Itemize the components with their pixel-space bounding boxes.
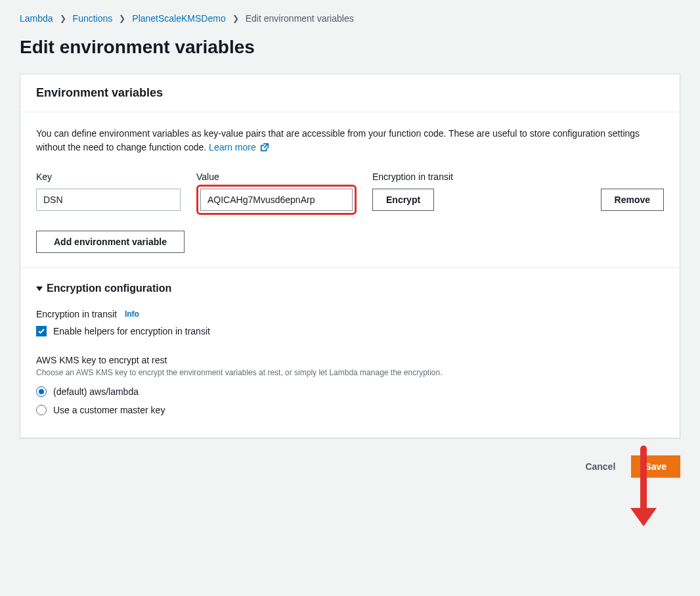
form-footer: Cancel Save [20,455,680,478]
panel-header: Environment variables [20,74,680,112]
encryption-transit-heading: Encryption in transit [36,309,117,319]
caret-down-icon [36,287,43,291]
save-button[interactable]: Save [631,455,680,478]
encryption-config-expander[interactable]: Encryption configuration [36,283,664,294]
encryption-config-title: Encryption configuration [47,283,171,294]
kms-option-cmk-label: Use a customer master key [53,405,165,415]
breadcrumb-lambda[interactable]: Lambda [20,13,53,24]
breadcrumb: Lambda ❯ Functions ❯ PlanetScaleKMSDemo … [20,13,680,24]
key-input[interactable] [36,189,181,211]
enable-helpers-row[interactable]: Enable helpers for encryption in transit [36,326,664,336]
radio-selected-icon[interactable] [36,386,47,397]
radio-unselected-icon[interactable] [36,405,47,415]
breadcrumb-current: Edit environment variables [246,13,354,24]
breadcrumb-functions[interactable]: Functions [73,13,113,24]
page-title: Edit environment variables [20,37,680,58]
chevron-right-icon: ❯ [119,14,125,23]
kms-heading: AWS KMS key to encrypt at rest [36,355,664,365]
kms-option-cmk[interactable]: Use a customer master key [36,405,664,415]
external-link-icon [260,142,269,156]
description-text: You can define environment variables as … [36,128,640,152]
kms-subtext: Choose an AWS KMS key to encrypt the env… [36,368,664,377]
enable-helpers-checkbox[interactable] [36,326,47,336]
remove-button[interactable]: Remove [601,189,664,211]
learn-more-link[interactable]: Learn more [209,142,269,152]
value-column-label: Value [196,172,357,182]
kms-option-default-label: (default) aws/lambda [53,386,139,397]
transit-column-label: Encryption in transit [372,172,517,182]
add-env-var-button[interactable]: Add environment variable [36,231,185,253]
panel-description: You can define environment variables as … [36,127,664,156]
chevron-right-icon: ❯ [232,14,239,23]
enable-helpers-label: Enable helpers for encryption in transit [53,326,210,336]
learn-more-text: Learn more [209,142,256,152]
chevron-right-icon: ❯ [60,14,66,23]
env-variables-panel: Environment variables You can define env… [20,74,680,438]
breadcrumb-function-name[interactable]: PlanetScaleKMSDemo [132,13,225,24]
info-link[interactable]: Info [125,309,139,319]
env-var-row-header: Key Value Encryption in transit Encrypt … [36,172,664,215]
key-column-label: Key [36,172,181,182]
encrypt-button[interactable]: Encrypt [372,189,434,211]
kms-option-default[interactable]: (default) aws/lambda [36,386,664,397]
value-input[interactable] [200,189,353,211]
value-highlight-annotation [196,185,357,215]
cancel-button[interactable]: Cancel [577,455,623,478]
panel-heading: Environment variables [36,86,664,100]
